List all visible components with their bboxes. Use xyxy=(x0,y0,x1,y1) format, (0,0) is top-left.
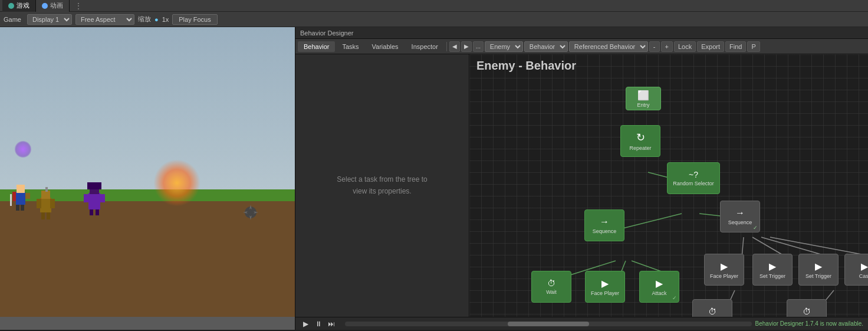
svg-rect-20 xyxy=(45,187,48,192)
svg-rect-14 xyxy=(40,198,51,212)
anim-tab[interactable]: 动画 xyxy=(36,0,70,12)
node-face-player1[interactable]: ▶ Face Player xyxy=(585,271,625,303)
game-toolbar: Game Display 1 Free Aspect 缩放 ● 1x Play … xyxy=(0,12,868,27)
bd-separator-1 xyxy=(446,42,447,51)
svg-rect-7 xyxy=(88,193,100,209)
tab-variables[interactable]: Variables xyxy=(366,41,405,52)
menu-dots[interactable]: ⋮ xyxy=(70,1,87,11)
lock-btn[interactable]: Lock xyxy=(674,41,696,52)
inspector-hint: Select a task from the tree to view its … xyxy=(337,174,427,196)
plus-btn[interactable]: + xyxy=(661,41,673,52)
inspector-hint-line1: Select a task from the tree to xyxy=(337,175,427,183)
node-box-set-trigger1[interactable]: ▶ Set Trigger xyxy=(752,254,793,286)
svg-rect-12 xyxy=(90,209,93,215)
explosion-glow xyxy=(153,159,200,207)
svg-rect-1 xyxy=(17,185,25,193)
node-face-player2[interactable]: ▶ Face Player xyxy=(704,254,744,286)
find-btn[interactable]: Find xyxy=(725,41,746,52)
node-wait1[interactable]: ⏱ Wait xyxy=(531,271,571,303)
node-box-cast[interactable]: ▶ Cast ✓ xyxy=(844,254,868,286)
graph-pause-btn[interactable]: ⏸ xyxy=(313,319,324,329)
node-box-wait2[interactable]: ⏱ Wait xyxy=(692,299,732,317)
tab-tasks[interactable]: Tasks xyxy=(336,41,364,52)
random-selector-label: Random Selector xyxy=(673,181,714,186)
svg-rect-11 xyxy=(100,194,105,202)
minus-btn[interactable]: - xyxy=(649,41,660,52)
entry-label: Entry xyxy=(637,102,649,108)
graph-panel[interactable]: Enemy - Behavior xyxy=(469,54,868,317)
node-repeater[interactable]: ↻ Repeater xyxy=(620,125,660,157)
svg-rect-17 xyxy=(50,199,55,208)
graph-play-btn[interactable]: ▶ xyxy=(300,319,311,329)
entry-icon: ⬜ xyxy=(637,90,649,101)
enemy-character xyxy=(83,180,106,218)
node-set-trigger1[interactable]: ▶ Set Trigger xyxy=(752,254,793,286)
display-select[interactable]: Display 1 xyxy=(27,14,72,25)
node-box-wait3[interactable]: ⏱ Wait ✓ xyxy=(787,299,827,317)
nav-back-btn[interactable]: ◀ xyxy=(449,41,460,52)
node-cast[interactable]: ▶ Cast ✓ xyxy=(844,254,868,286)
random-selector-icon: ~? xyxy=(689,170,698,179)
graph-scrollbar[interactable] xyxy=(345,322,752,326)
svg-rect-13 xyxy=(96,209,99,215)
referenced-behavior-select[interactable]: Referenced Behavior xyxy=(569,41,648,52)
node-box-sequence1[interactable]: → Sequence xyxy=(584,209,624,241)
set-trigger2-icon: ▶ xyxy=(815,261,822,272)
svg-rect-19 xyxy=(47,212,50,219)
aspect-select[interactable]: Free Aspect xyxy=(75,14,134,25)
wait3-icon: ⏱ xyxy=(803,307,811,316)
node-box-set-trigger2[interactable]: ▶ Set Trigger xyxy=(798,254,839,286)
node-sequence1[interactable]: → Sequence xyxy=(584,209,624,241)
scale-label: 缩放 xyxy=(138,15,151,24)
bd-topbar: Behavior Tasks Variables Inspector ◀ ▶ .… xyxy=(295,39,868,54)
game-panel xyxy=(0,27,295,330)
tab-behavior[interactable]: Behavior xyxy=(298,41,335,52)
bd-title-text: Behavior Designer xyxy=(300,30,354,37)
node-attack[interactable]: ▶ Attack ✓ xyxy=(639,271,679,303)
face-player1-icon: ▶ xyxy=(601,278,609,289)
nav-more-btn[interactable]: ... xyxy=(473,41,484,52)
svg-rect-9 xyxy=(87,182,101,189)
attack-label: Attack xyxy=(652,290,666,296)
node-box-wait1[interactable]: ⏱ Wait xyxy=(531,271,571,303)
svg-rect-10 xyxy=(84,194,88,202)
scrollbar-thumb xyxy=(508,322,589,326)
svg-rect-18 xyxy=(41,212,45,219)
p-btn[interactable]: P xyxy=(747,41,760,52)
node-box-repeater[interactable]: ↻ Repeater xyxy=(620,125,660,157)
node-box-random-selector[interactable]: ~? Random Selector xyxy=(667,162,720,194)
node-box-entry[interactable]: ⬜ Entry xyxy=(626,87,661,110)
attack-checkmark: ✓ xyxy=(672,295,677,301)
spike-ball xyxy=(242,204,259,221)
wait1-icon: ⏱ xyxy=(547,278,555,288)
node-box-sequence2[interactable]: → Sequence ✓ xyxy=(720,201,760,232)
node-box-face-player1[interactable]: ▶ Face Player xyxy=(585,271,625,303)
sequence2-label: Sequence xyxy=(728,219,752,225)
node-sequence2[interactable]: → Sequence ✓ xyxy=(720,201,760,232)
wait1-label: Wait xyxy=(546,289,557,295)
node-entry[interactable]: ⬜ Entry xyxy=(626,87,661,110)
enemy-select[interactable]: Enemy xyxy=(485,41,523,52)
scale-value: 1x xyxy=(162,16,169,23)
node-box-face-player2[interactable]: ▶ Face Player xyxy=(704,254,744,286)
hero-character xyxy=(9,180,32,215)
graph-step-btn[interactable]: ⏭ xyxy=(326,319,337,329)
play-focus-btn[interactable]: Play Focus xyxy=(172,14,217,25)
node-box-attack[interactable]: ▶ Attack ✓ xyxy=(639,271,679,303)
node-wait2[interactable]: ⏱ Wait xyxy=(692,299,732,317)
game-tab[interactable]: 游戏 xyxy=(2,0,36,12)
export-btn[interactable]: Export xyxy=(697,41,724,52)
tab-inspector[interactable]: Inspector xyxy=(406,41,444,52)
repeater-label: Repeater xyxy=(629,145,651,151)
nav-forward-btn[interactable]: ▶ xyxy=(461,41,472,52)
behavior-select[interactable]: Behavior xyxy=(524,41,568,52)
game-label: Game xyxy=(4,16,21,23)
node-random-selector[interactable]: ~? Random Selector xyxy=(667,162,720,194)
face-player2-label: Face Player xyxy=(710,273,738,279)
node-wait3[interactable]: ⏱ Wait ✓ xyxy=(787,299,827,317)
inspector-hint-line2: view its properties. xyxy=(353,187,411,195)
node-set-trigger2[interactable]: ▶ Set Trigger xyxy=(798,254,839,286)
svg-rect-5 xyxy=(10,194,12,206)
graph-title: Enemy - Behavior xyxy=(476,59,576,73)
sequence2-icon: → xyxy=(735,208,745,218)
